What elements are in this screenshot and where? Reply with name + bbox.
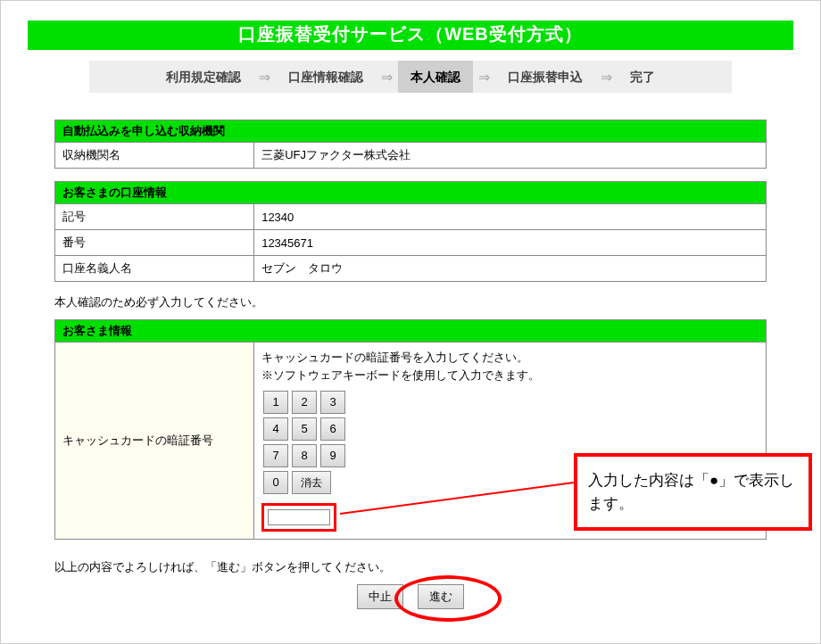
pin-note-1: キャッシュカードの暗証番号を入力してください。 [261, 350, 759, 366]
chevron-right-icon: ⇒ [473, 69, 495, 86]
annotation-callout: 入力した内容は「●」で表示します。 [575, 454, 811, 530]
account-header: お客さまの口座情報 [55, 182, 767, 204]
org-table: 自動払込みを申し込む収納機関 収納機関名 三菱UFJファクター株式会社 [54, 120, 767, 169]
proceed-button[interactable]: 進む [418, 584, 464, 609]
cancel-button[interactable]: 中止 [357, 584, 403, 609]
page-frame: 口座振替受付サービス（WEB受付方式） 利用規定確認 ⇒ 口座情報確認 ⇒ 本人… [0, 0, 821, 644]
confirm-instruction: 以上の内容でよろしければ、「進む」ボタンを押してください。 [54, 559, 767, 575]
keypad-9[interactable]: 9 [320, 444, 345, 467]
account-code-label: 記号 [55, 204, 254, 230]
account-holder-value: セブン タロウ [254, 256, 767, 282]
keypad-8[interactable]: 8 [292, 444, 317, 467]
keypad-2[interactable]: 2 [292, 391, 317, 414]
step-identity-verify: 本人確認 [398, 61, 473, 93]
account-holder-label: 口座名義人名 [55, 256, 254, 282]
keypad-0[interactable]: 0 [263, 471, 288, 494]
chevron-right-icon: ⇒ [376, 69, 398, 86]
action-row: 中止 進む [54, 584, 767, 638]
software-keypad: 1 2 3 4 5 6 7 8 [261, 389, 347, 496]
org-name-value: 三菱UFJファクター株式会社 [254, 143, 767, 169]
account-table: お客さまの口座情報 記号 12340 番号 12345671 口座名義人名 セブ… [54, 181, 767, 282]
account-code-value: 12340 [254, 204, 767, 230]
keypad-4[interactable]: 4 [263, 417, 288, 441]
keypad-3[interactable]: 3 [320, 391, 345, 414]
main-content: 自動払込みを申し込む収納機関 収納機関名 三菱UFJファクター株式会社 お客さま… [54, 120, 767, 638]
pin-input-highlight [261, 503, 336, 532]
keypad-1[interactable]: 1 [263, 391, 288, 414]
account-number-value: 12345671 [254, 230, 767, 256]
customer-info-header: お客さま情報 [55, 320, 767, 343]
account-number-label: 番号 [55, 230, 254, 256]
keypad-clear[interactable]: 消去 [292, 471, 331, 494]
step-indicator: 利用規定確認 ⇒ 口座情報確認 ⇒ 本人確認 ⇒ 口座振替申込 ⇒ 完了 [89, 61, 732, 93]
page-title-banner: 口座振替受付サービス（WEB受付方式） [28, 21, 793, 50]
org-header: 自動払込みを申し込む収納機関 [55, 120, 767, 143]
step-complete: 完了 [618, 61, 668, 93]
pin-input[interactable] [268, 509, 330, 525]
pin-label: キャッシュカードの暗証番号 [55, 343, 254, 540]
keypad-6[interactable]: 6 [320, 417, 345, 441]
step-account-info: 口座情報確認 [276, 61, 376, 93]
verify-instruction: 本人確認のため必ず入力してください。 [54, 294, 767, 310]
keypad-5[interactable]: 5 [292, 417, 317, 441]
pin-note-2: ※ソフトウェアキーボードを使用して入力できます。 [261, 367, 759, 384]
keypad-7[interactable]: 7 [263, 444, 288, 467]
chevron-right-icon: ⇒ [253, 69, 276, 86]
step-transfer-apply: 口座振替申込 [495, 61, 595, 93]
step-usage-terms: 利用規定確認 [153, 61, 253, 93]
org-name-label: 収納機関名 [55, 143, 254, 169]
chevron-right-icon: ⇒ [595, 69, 618, 86]
